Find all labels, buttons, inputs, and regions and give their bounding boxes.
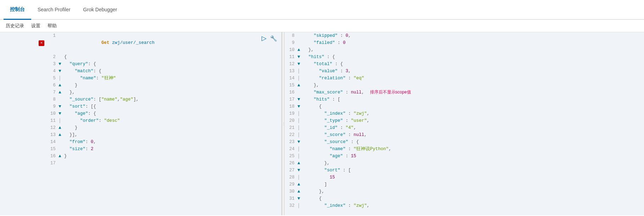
run-button[interactable]: ▷: [262, 34, 267, 42]
line-gutter-13: [0, 131, 46, 138]
line-arrow-2: [57, 53, 63, 61]
resp-content-27: "sort" : [: [302, 167, 644, 174]
line-gutter-12: [0, 124, 46, 131]
editor-code-area[interactable]: ▷ 🔧 ✕ 1 Get zwj/user/_search: [0, 32, 281, 215]
subnav-help[interactable]: 帮助: [47, 23, 57, 29]
line-gutter-7: [0, 89, 46, 96]
resp-arrow-21: │: [296, 124, 302, 131]
line-content-7: },: [63, 89, 281, 96]
line-arrow-6[interactable]: ▲: [57, 82, 63, 89]
resp-arrow-29[interactable]: ▲: [296, 181, 302, 188]
subnav-settings[interactable]: 设置: [31, 23, 40, 29]
resp-arrow-27[interactable]: ▼: [296, 167, 302, 174]
line-num-17: 17: [46, 160, 57, 167]
line-arrow-12[interactable]: ▲: [57, 124, 63, 131]
response-table: 8 "skipped" : 0, 9 "failed" : 0 10 ▲: [285, 32, 644, 209]
response-code-area[interactable]: 8 "skipped" : 0, 9 "failed" : 0 10 ▲: [285, 32, 644, 215]
resp-arrow-15[interactable]: ▲: [296, 82, 302, 89]
tab-search-profiler[interactable]: Search Profiler: [31, 0, 77, 20]
tab-console-label: 控制台: [10, 6, 25, 13]
line-num-12: 12: [46, 124, 57, 131]
line-gutter-16: [0, 153, 46, 160]
resp-arrow-17[interactable]: ▼: [296, 96, 302, 103]
resp-content-25: "age" : 15: [302, 153, 644, 160]
line-arrow-15: [57, 146, 63, 153]
top-navigation: 控制台 Search Profiler Grok Debugger: [0, 0, 644, 20]
response-line-22: 22 │ "_score" : null,: [285, 131, 644, 138]
resp-arrow-25: │: [296, 153, 302, 160]
line-gutter-14: [0, 138, 46, 146]
resp-arrow-30[interactable]: ▲: [296, 188, 302, 195]
resp-content-9: "failed" : 0: [302, 39, 644, 46]
resp-line-num-19: 19: [285, 110, 296, 117]
settings-icon[interactable]: 🔧: [270, 35, 277, 42]
resp-content-12: "total" : {: [302, 61, 644, 68]
resp-arrow-10[interactable]: ▲: [296, 46, 302, 53]
line-content-15: "size": 2: [63, 146, 281, 153]
response-line-11: 11 ▼ "hits" : {: [285, 53, 644, 61]
line-arrow-9[interactable]: ▼: [57, 103, 63, 110]
line-arrow-3[interactable]: ▼: [57, 61, 63, 68]
editor-line-8: 8 "_source": ["name","age"],: [0, 96, 281, 103]
resp-content-32: "_index" : "zwj",: [302, 202, 644, 209]
resp-arrow-20: │: [296, 117, 302, 124]
line-number: ✕: [0, 32, 46, 53]
response-line-12: 12 ▼ "total" : {: [285, 61, 644, 68]
line-arrow-4[interactable]: ▼: [57, 68, 63, 75]
response-line-21: 21 │ "_id" : "4",: [285, 124, 644, 131]
tab-search-profiler-label: Search Profiler: [38, 7, 71, 12]
response-line-24: 24 │ "name" : "狂神说Python",: [285, 146, 644, 153]
line-num-16: 16: [46, 153, 57, 160]
line-num-5: 5: [46, 75, 57, 82]
line-arrow-10[interactable]: ▼: [57, 110, 63, 117]
response-note: 排序后不显示scope值: [370, 90, 411, 95]
line-content-11: "order": "desc": [63, 117, 281, 124]
response-line-25: 25 │ "age" : 15: [285, 153, 644, 160]
line-num-11: 11: [46, 117, 57, 124]
resp-line-num-29: 29: [285, 181, 296, 188]
editor-line-6: 6 ▲ }: [0, 82, 281, 89]
resp-arrow-26[interactable]: ▲: [296, 160, 302, 167]
panel-divider[interactable]: ⋮: [282, 32, 285, 215]
resp-arrow-19: │: [296, 110, 302, 117]
resp-content-20: "_type" : "user",: [302, 117, 644, 124]
resp-line-num-14: 14: [285, 75, 296, 82]
resp-arrow-18[interactable]: ▼: [296, 103, 302, 110]
resp-line-num-27: 27: [285, 167, 296, 174]
resp-line-num-10: 10: [285, 46, 296, 53]
line-arrow-16[interactable]: ▲: [57, 153, 63, 160]
resp-arrow-8: [296, 32, 302, 39]
line-arrow-13[interactable]: ▲: [57, 131, 63, 138]
editor-line-16: 16 ▲ }: [0, 153, 281, 160]
resp-line-num-25: 25: [285, 153, 296, 160]
line-content-4: "match": {: [63, 68, 281, 75]
subnav-history[interactable]: 历史记录: [6, 23, 24, 29]
line-num-1: 1: [46, 32, 57, 53]
line-num-13: 13: [46, 131, 57, 138]
tab-grok-debugger[interactable]: Grok Debugger: [77, 0, 124, 20]
resp-arrow-23[interactable]: ▼: [296, 138, 302, 146]
resp-content-14: "relation" : "eq": [302, 75, 644, 82]
resp-line-num-18: 18: [285, 103, 296, 110]
resp-arrow-11[interactable]: ▼: [296, 53, 302, 61]
resp-content-13: "value" : 3,: [302, 68, 644, 75]
resp-line-num-12: 12: [285, 61, 296, 68]
line-gutter-8: [0, 96, 46, 103]
editor-line-12: 12 ▲ }: [0, 124, 281, 131]
resp-content-16: "max_score" : null,排序后不显示scope值: [302, 89, 644, 96]
resp-line-num-31: 31: [285, 195, 296, 202]
resp-arrow-12[interactable]: ▼: [296, 61, 302, 68]
line-arrow-7[interactable]: ▲: [57, 89, 63, 96]
resp-arrow-31[interactable]: ▼: [296, 195, 302, 202]
line-content-12: }: [63, 124, 281, 131]
editor-line-15: 15 "size": 2: [0, 146, 281, 153]
response-line-15: 15 ▲ },: [285, 82, 644, 89]
resp-line-num-11: 11: [285, 53, 296, 61]
resp-content-21: "_id" : "4",: [302, 124, 644, 131]
response-panel: 8 "skipped" : 0, 9 "failed" : 0 10 ▲: [285, 32, 644, 215]
line-arrow-5: │: [57, 75, 63, 82]
tab-console[interactable]: 控制台: [4, 0, 31, 20]
response-line-31: 31 ▼ {: [285, 195, 644, 202]
resp-line-num-32: 32: [285, 202, 296, 209]
line-content-8: "_source": ["name","age"],: [63, 96, 281, 103]
